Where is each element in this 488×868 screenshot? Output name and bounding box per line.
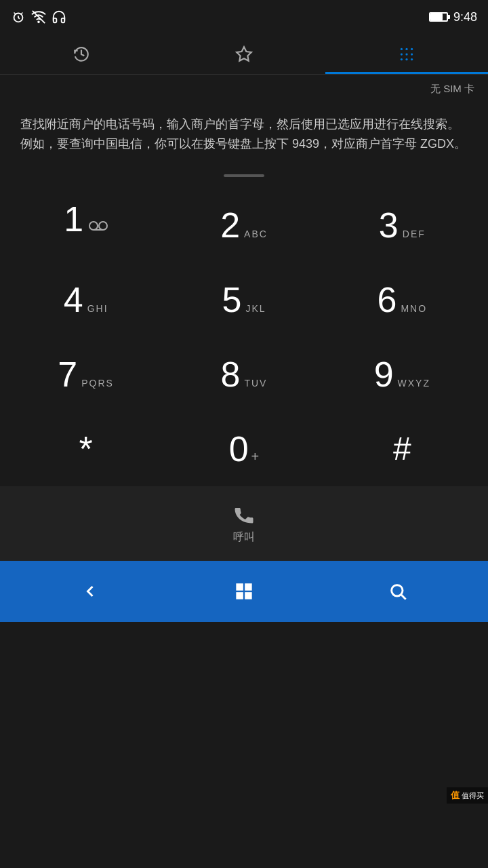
- svg-point-10: [411, 47, 413, 50]
- dialpad-icon: [398, 45, 415, 63]
- back-icon: [81, 582, 100, 601]
- svg-point-15: [405, 58, 407, 60]
- dial-button-6[interactable]: 6 MNO: [323, 262, 481, 337]
- dial-button-7[interactable]: 7 PQRS: [7, 337, 165, 412]
- svg-rect-22: [236, 592, 243, 599]
- headset-icon: [52, 9, 66, 24]
- history-icon: [73, 45, 90, 63]
- svg-rect-20: [236, 583, 243, 591]
- action-area: 呼叫: [0, 486, 488, 561]
- dial-button-1[interactable]: 1: [7, 188, 165, 262]
- star-icon: [235, 45, 253, 63]
- status-bar: 9:48: [0, 0, 488, 34]
- dial-button-3[interactable]: 3 DEF: [323, 188, 481, 262]
- dial-button-star[interactable]: *: [7, 412, 165, 486]
- dial-button-5[interactable]: 5 JKL: [165, 262, 323, 337]
- svg-point-14: [401, 58, 403, 60]
- svg-line-25: [401, 595, 405, 599]
- svg-line-3: [14, 13, 16, 15]
- svg-point-9: [405, 47, 407, 50]
- dial-button-4[interactable]: 4 GHI: [7, 262, 165, 337]
- clock: 9:48: [453, 10, 477, 24]
- svg-point-13: [411, 53, 413, 55]
- status-bar-right: 9:48: [429, 10, 477, 24]
- svg-point-24: [391, 585, 402, 595]
- dialpad: 1 2 ABC 3 DEF 4 GHI 5 JKL: [0, 188, 488, 486]
- dial-button-2[interactable]: 2 ABC: [165, 188, 323, 262]
- tab-bar: [0, 34, 488, 75]
- watermark: 值 值得买: [447, 787, 488, 804]
- call-icon: [232, 502, 256, 526]
- svg-rect-21: [245, 583, 252, 591]
- tab-history[interactable]: [0, 34, 163, 74]
- svg-point-5: [38, 21, 39, 22]
- windows-button[interactable]: [224, 571, 264, 612]
- search-button[interactable]: [378, 571, 418, 612]
- battery-icon: [429, 12, 448, 22]
- svg-point-8: [401, 47, 403, 50]
- alarm-icon: [11, 9, 26, 24]
- svg-rect-23: [245, 592, 252, 599]
- search-icon: [388, 582, 407, 601]
- nav-bar: [0, 561, 488, 622]
- svg-point-11: [401, 53, 403, 55]
- svg-marker-7: [237, 47, 251, 61]
- description-text: 查找附近商户的电话号码，输入商户的首字母，然后使用已选应用进行在线搜索。例如，要…: [0, 101, 488, 167]
- back-button[interactable]: [70, 571, 110, 612]
- voicemail-icon: [89, 220, 108, 231]
- svg-line-2: [18, 18, 20, 19]
- wifi-slash-icon: [31, 9, 46, 24]
- drag-handle[interactable]: [0, 167, 488, 188]
- svg-point-18: [99, 222, 107, 230]
- svg-line-4: [21, 13, 23, 15]
- dial-button-0[interactable]: 0 +: [165, 412, 323, 486]
- call-button[interactable]: 呼叫: [232, 502, 256, 545]
- status-icons: [11, 9, 66, 24]
- dial-button-8[interactable]: 8 TUV: [165, 337, 323, 412]
- sim-info: 无 SIM 卡: [0, 75, 488, 101]
- svg-point-17: [89, 222, 98, 230]
- tab-favorites[interactable]: [163, 34, 325, 74]
- svg-point-16: [411, 58, 413, 60]
- dial-button-hash[interactable]: #: [323, 412, 481, 486]
- dial-button-9[interactable]: 9 WXYZ: [323, 337, 481, 412]
- windows-icon: [235, 582, 253, 601]
- call-label: 呼叫: [233, 530, 255, 545]
- svg-point-12: [405, 53, 407, 55]
- tab-dialpad[interactable]: [325, 34, 488, 74]
